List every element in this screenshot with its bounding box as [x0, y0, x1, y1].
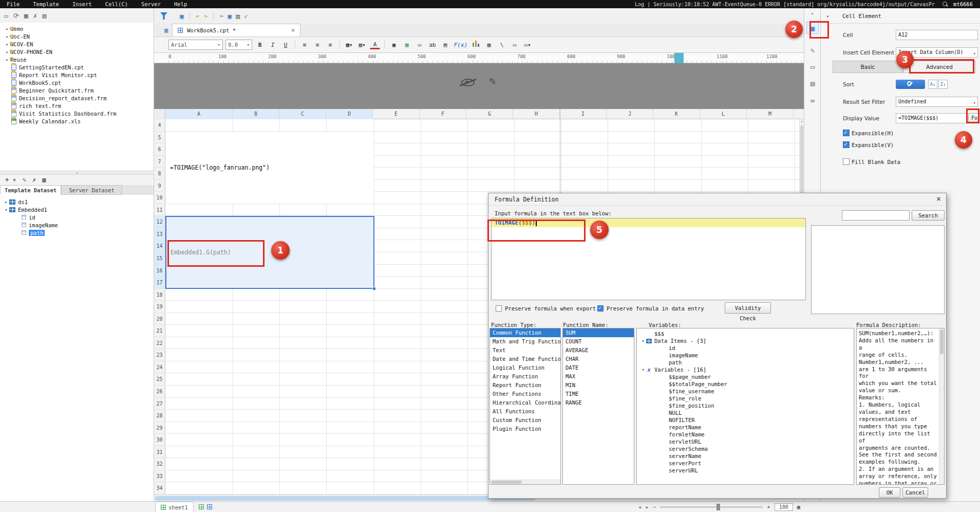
sheet-row[interactable]: 4 — [154, 119, 799, 132]
row-header[interactable]: 30 — [154, 434, 165, 446]
fill-color-icon[interactable]: ▨▾ — [357, 40, 367, 50]
caret-icon[interactable]: ▾ — [3, 207, 9, 212]
align-center-icon[interactable]: ≡ — [312, 40, 323, 50]
locate-icon[interactable]: ▦ — [24, 12, 28, 20]
function-name-item[interactable]: SUM — [563, 328, 634, 337]
user-account[interactable]: mt6666 — [953, 1, 980, 7]
next-page-icon[interactable]: ▸ — [646, 504, 649, 510]
function-type-item[interactable]: Common Function — [490, 328, 560, 337]
dataset-tree-item[interactable]: id — [0, 213, 154, 221]
insert-table-icon[interactable]: ▦ — [402, 40, 412, 50]
insert-shape-icon[interactable]: ▭ — [510, 40, 520, 50]
variable-tree-item[interactable]: NULL — [637, 409, 854, 416]
function-search-input[interactable] — [842, 210, 910, 221]
variable-tree-item[interactable]: imageName — [637, 352, 854, 359]
row-header[interactable]: 32 — [154, 458, 165, 470]
variable-tree-item[interactable]: serverPort — [637, 460, 854, 467]
save-icon[interactable]: ▣ — [180, 12, 184, 20]
variable-tree-item[interactable]: servletURL — [637, 438, 854, 445]
row-header[interactable]: 9 — [154, 180, 165, 192]
copy-icon[interactable]: ▣ — [228, 12, 232, 20]
preview-dataset-button[interactable]: ▦ — [42, 176, 46, 184]
variable-tree-item[interactable]: $fine_role — [637, 395, 854, 402]
menu-item[interactable]: Insert — [66, 1, 99, 7]
bold-button[interactable]: B — [255, 40, 265, 50]
function-type-item[interactable]: Plugin Function — [490, 425, 560, 433]
row-header[interactable]: 20 — [154, 313, 165, 325]
function-name-item[interactable]: AVERAGE — [563, 346, 634, 355]
expansible-v-checkbox[interactable] — [843, 141, 850, 148]
file-tree-item[interactable]: Visit Statistics Dashboard.frm — [0, 109, 154, 117]
insert-image-icon[interactable]: ▣ — [389, 40, 399, 50]
dataset-tree-item[interactable]: ▸ ds1 — [0, 198, 154, 206]
cell-address-input[interactable]: A12 — [896, 30, 978, 40]
row-header[interactable]: 33 — [154, 470, 165, 482]
preserve-export-checkbox[interactable] — [496, 305, 502, 312]
row-header[interactable]: 5 — [154, 132, 165, 143]
column-header[interactable]: F — [420, 109, 466, 119]
sort-ascending-button[interactable]: A↓ — [928, 80, 937, 89]
fill-blank-data-checkbox[interactable] — [843, 158, 850, 165]
insert-chart-icon[interactable] — [471, 40, 481, 50]
file-tree-item[interactable]: Beginner Quickstart.frm — [0, 86, 154, 94]
file-tree-item[interactable]: ▸ doc-EN — [0, 32, 154, 40]
function-name-item[interactable]: TIME — [563, 390, 634, 398]
font-size-select[interactable]: 9.0▾ — [225, 40, 252, 50]
variable-tree-item[interactable]: NOFILTER — [637, 416, 854, 424]
row-header[interactable]: 11 — [154, 204, 165, 216]
template-parameter-icon[interactable] — [160, 12, 167, 20]
cut-icon[interactable]: ✂ — [219, 12, 223, 20]
variable-tree-item[interactable]: reportName — [637, 424, 854, 431]
file-tree-item[interactable]: Report Visit Monitor.cpt — [0, 71, 154, 79]
column-header[interactable]: G — [466, 109, 513, 119]
row-header[interactable]: 31 — [154, 446, 165, 458]
dataset-tree-item[interactable]: imageName — [0, 221, 154, 229]
delete-file-icon[interactable]: ✗ — [33, 12, 37, 20]
search-button[interactable]: Search — [912, 210, 945, 221]
font-color-icon[interactable]: A — [370, 41, 380, 49]
function-type-item[interactable]: Custom Function — [490, 416, 560, 425]
row-header[interactable]: 24 — [154, 361, 165, 373]
zoom-in-icon[interactable]: + — [767, 504, 770, 510]
insert-text-icon[interactable]: ab — [427, 40, 438, 50]
variable-tree-item[interactable]: ▾ Data Items - [3] — [637, 337, 854, 344]
row-header[interactable]: 26 — [154, 386, 165, 397]
edit-parameter-pane-icon[interactable]: ✎ — [489, 75, 496, 87]
variable-tree-item[interactable]: $$$ — [637, 330, 854, 337]
menu-item[interactable]: Cell(C) — [99, 1, 135, 7]
function-name-list[interactable]: SUMCOUNTAVERAGECHARDATEMAXMINTIMERANGE — [562, 328, 634, 485]
selected-cell-a12[interactable]: Embedded1.G(path) — [165, 216, 374, 289]
column-header[interactable]: B — [233, 109, 279, 119]
function-type-item[interactable]: Other Functions — [490, 390, 560, 398]
caret-icon[interactable]: ▾ — [640, 367, 646, 372]
file-tree-item[interactable]: Decision_report_dataset.frm — [0, 94, 154, 102]
result-set-filter-select[interactable]: Undefined ▾ — [896, 97, 978, 107]
file-tree-item[interactable]: ▸ NCOV-PHONE-EN — [0, 48, 154, 56]
underline-button[interactable]: U — [280, 40, 291, 50]
column-header[interactable]: J — [607, 109, 653, 119]
preserve-formula-export-option[interactable]: Preserve formula when export — [496, 305, 596, 312]
menu-item[interactable]: Server — [135, 1, 167, 7]
column-header[interactable]: D — [326, 109, 373, 119]
row-header[interactable]: 15 — [154, 252, 165, 264]
more-options-icon[interactable]: ▭▾ — [522, 40, 533, 50]
function-name-item[interactable]: MIN — [563, 381, 634, 390]
column-header[interactable]: I — [560, 109, 607, 119]
zoom-slider-thumb[interactable] — [717, 504, 720, 510]
function-type-item[interactable]: Logical Function — [490, 363, 560, 372]
pane-condition-attributes-icon[interactable]: ▤ — [806, 77, 819, 89]
hide-parameter-pane-icon[interactable] — [461, 79, 475, 86]
format-painter-icon[interactable]: ✓ — [244, 12, 248, 20]
formula-editor-button[interactable]: Fo — [968, 113, 980, 123]
row-header[interactable]: 27 — [154, 398, 165, 410]
description-scrollbar[interactable] — [939, 328, 944, 484]
edit-dataset-button[interactable]: ✎ — [23, 176, 26, 184]
rich-text-icon[interactable]: ▤ — [440, 40, 450, 50]
function-type-item[interactable]: Date and Time Function — [490, 355, 560, 363]
formula-current-line[interactable]: TOIMAGE($$$) — [492, 218, 805, 227]
row-header[interactable]: 16 — [154, 265, 165, 277]
prev-page-icon[interactable]: ◂ — [638, 504, 641, 510]
selection-handle[interactable] — [372, 287, 376, 290]
undo-icon[interactable]: ↶ — [196, 12, 200, 20]
insert-formula-icon[interactable]: F(x) — [453, 40, 468, 50]
